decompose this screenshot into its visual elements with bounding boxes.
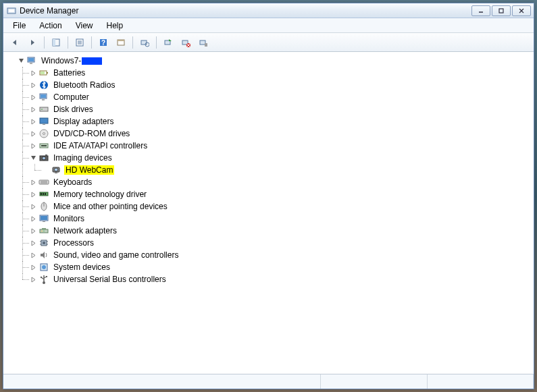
- tree-category-node[interactable]: Processors: [5, 237, 532, 249]
- svg-rect-27: [30, 63, 32, 64]
- category-label: Keyboards: [52, 177, 93, 187]
- expander-icon[interactable]: [29, 251, 37, 259]
- tree-category-node[interactable]: Mice and other pointing devices: [5, 200, 532, 213]
- tree-root-node[interactable]: Windows7-: [5, 55, 532, 67]
- system-icon: [39, 262, 49, 273]
- expander-icon[interactable]: [29, 263, 37, 271]
- status-cell: [428, 374, 534, 389]
- svg-rect-15: [118, 40, 124, 41]
- toolbar-separator: [156, 36, 157, 49]
- enable-button[interactable]: [161, 35, 176, 50]
- forward-button[interactable]: [25, 35, 40, 50]
- expander-icon[interactable]: [29, 275, 37, 283]
- expander-icon[interactable]: [29, 154, 37, 162]
- tree-category-node[interactable]: System devices: [5, 261, 532, 273]
- expander-icon[interactable]: [29, 215, 37, 223]
- category-label: Network adapters: [52, 226, 118, 235]
- menu-file[interactable]: File: [7, 20, 31, 32]
- svg-rect-42: [41, 145, 47, 146]
- svg-point-76: [41, 277, 42, 278]
- tree-category-node[interactable]: Bluetooth Radios: [5, 79, 532, 91]
- category-label: Imaging devices: [52, 153, 113, 163]
- device-tree[interactable]: Windows7-BatteriesBluetooth RadiosComput…: [3, 52, 534, 374]
- tree-category-node[interactable]: Monitors: [5, 213, 532, 225]
- tree-category-node[interactable]: Display adapters: [5, 115, 532, 128]
- mouse-icon: [39, 201, 49, 212]
- category-label: Disk drives: [52, 105, 95, 114]
- svg-text:?: ?: [101, 39, 105, 47]
- show-hide-console-button[interactable]: [49, 35, 63, 50]
- svg-point-40: [43, 133, 45, 135]
- status-cell: [3, 374, 321, 389]
- cpu-icon: [39, 237, 49, 248]
- disk-icon: [39, 104, 49, 115]
- tree-category-node[interactable]: DVD/CD-ROM drives: [5, 128, 532, 140]
- computer-icon: [39, 92, 49, 103]
- tree-category-node[interactable]: IDE ATA/ATAPI controllers: [5, 140, 532, 152]
- svg-point-72: [42, 265, 46, 269]
- expander-icon[interactable]: [29, 93, 37, 101]
- category-label: Display adapters: [52, 117, 115, 126]
- expander-icon[interactable]: [29, 105, 37, 113]
- back-button[interactable]: [7, 35, 22, 50]
- svg-rect-26: [28, 58, 34, 61]
- tree-category-node[interactable]: Memory technology driver: [5, 188, 532, 200]
- svg-rect-45: [45, 155, 47, 156]
- category-label: Batteries: [52, 68, 86, 78]
- menu-action[interactable]: Action: [34, 20, 67, 32]
- computer-icon: [26, 55, 37, 66]
- expander-icon[interactable]: [29, 117, 37, 125]
- tree-device-node[interactable]: HD WebCam: [5, 164, 532, 176]
- maximize-button[interactable]: [492, 5, 511, 16]
- tree-category-node[interactable]: Sound, video and game controllers: [5, 249, 532, 261]
- expander-icon[interactable]: [29, 142, 37, 150]
- svg-rect-49: [39, 180, 49, 184]
- tree-category-node[interactable]: Disk drives: [5, 103, 532, 115]
- svg-rect-48: [55, 172, 57, 173]
- minimize-button[interactable]: [471, 5, 490, 16]
- expander-icon[interactable]: [29, 239, 37, 247]
- tree-category-node[interactable]: Keyboards: [5, 176, 532, 188]
- display-icon: [39, 116, 49, 127]
- help-button[interactable]: ?: [96, 35, 111, 50]
- keyboard-icon: [39, 177, 49, 188]
- tree-category-node[interactable]: Imaging devices: [5, 152, 532, 164]
- tree-category-node[interactable]: Batteries: [5, 67, 532, 79]
- uninstall-button[interactable]: [196, 35, 211, 50]
- expander-icon[interactable]: [17, 57, 25, 65]
- close-button[interactable]: [512, 5, 531, 16]
- scan-hardware-button[interactable]: [137, 35, 152, 50]
- svg-rect-30: [41, 72, 45, 74]
- toolbar-separator: [68, 36, 68, 49]
- svg-rect-16: [141, 40, 147, 45]
- svg-rect-37: [40, 118, 48, 123]
- usb-icon: [39, 274, 49, 285]
- device-label: HD WebCam: [64, 165, 114, 175]
- expander-icon[interactable]: [29, 178, 37, 186]
- category-label: DVD/CD-ROM drives: [52, 129, 131, 138]
- disable-button[interactable]: [178, 35, 193, 50]
- tree-category-node[interactable]: Computer: [5, 91, 532, 103]
- tree-category-node[interactable]: Universal Serial Bus controllers: [5, 273, 532, 285]
- expander-icon[interactable]: [29, 81, 37, 89]
- expander-icon[interactable]: [29, 227, 37, 235]
- svg-rect-54: [43, 193, 44, 195]
- expander-icon[interactable]: [29, 69, 37, 77]
- svg-rect-55: [45, 193, 46, 195]
- window-title: Device Manager: [20, 6, 471, 16]
- category-label: Computer: [52, 92, 91, 102]
- expander-icon[interactable]: [29, 190, 37, 198]
- menu-view[interactable]: View: [70, 20, 99, 32]
- expander-icon[interactable]: [29, 130, 37, 138]
- action-button[interactable]: [113, 35, 128, 50]
- svg-rect-3: [499, 9, 503, 13]
- titlebar: Device Manager: [3, 3, 534, 18]
- leaf-spacer: [41, 166, 49, 174]
- menu-help[interactable]: Help: [101, 20, 129, 32]
- svg-rect-7: [53, 39, 55, 46]
- tree-category-node[interactable]: Network adapters: [5, 225, 532, 237]
- properties-button[interactable]: [72, 35, 87, 50]
- expander-icon[interactable]: [29, 202, 37, 211]
- svg-rect-29: [47, 72, 48, 74]
- app-icon: [6, 5, 17, 16]
